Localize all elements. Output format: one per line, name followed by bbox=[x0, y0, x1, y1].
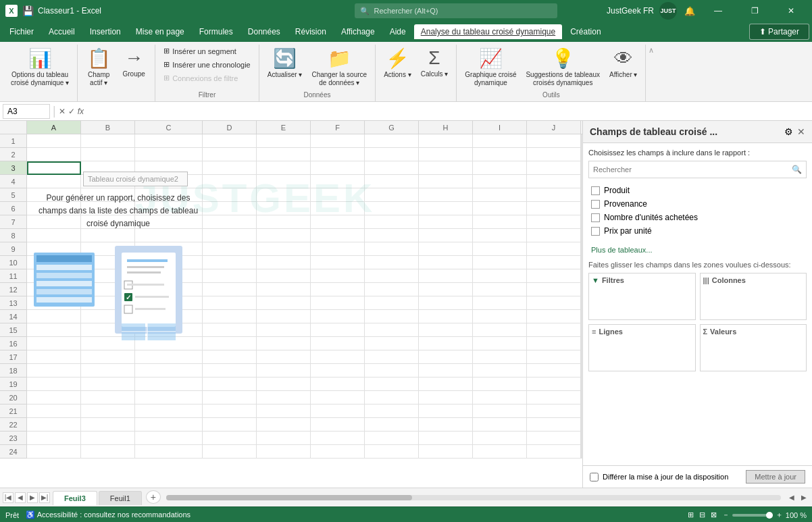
grid-cell[interactable] bbox=[257, 350, 311, 364]
grid-cell[interactable] bbox=[81, 188, 135, 202]
grid-cell[interactable] bbox=[203, 229, 257, 242]
confirm-formula-icon[interactable]: ✓ bbox=[68, 107, 75, 116]
grid-cell[interactable] bbox=[365, 175, 419, 188]
grid-cell[interactable] bbox=[365, 188, 419, 202]
grid-cell[interactable] bbox=[473, 364, 527, 377]
grid-cell[interactable] bbox=[473, 350, 527, 364]
grid-cell[interactable] bbox=[203, 215, 257, 229]
field-checkbox-produit[interactable] bbox=[591, 186, 600, 195]
grid-cell[interactable] bbox=[135, 229, 203, 242]
grid-cell[interactable] bbox=[365, 242, 419, 256]
grid-cell[interactable] bbox=[203, 148, 257, 161]
grid-cell[interactable] bbox=[135, 175, 203, 188]
update-button[interactable]: Mettre à jour bbox=[746, 470, 805, 484]
grid-cell[interactable] bbox=[257, 296, 311, 310]
grid-cell[interactable] bbox=[81, 269, 135, 283]
grid-cell[interactable] bbox=[203, 202, 257, 215]
grid-cell[interactable] bbox=[365, 445, 419, 459]
grid-cell[interactable] bbox=[473, 432, 527, 445]
grid-cell[interactable] bbox=[419, 256, 473, 269]
grid-cell[interactable] bbox=[527, 323, 581, 337]
grid-cell[interactable] bbox=[473, 323, 527, 337]
drop-zone-lignes[interactable]: ≡ Lignes bbox=[588, 324, 696, 371]
grid-cell[interactable] bbox=[365, 418, 419, 432]
field-item-provenance[interactable]: Provenance bbox=[588, 197, 807, 211]
grid-cell[interactable] bbox=[365, 296, 419, 310]
ribbon-btn-suggestions[interactable]: 💡 Suggestions de tableauxcroisés dynamiq… bbox=[522, 45, 604, 90]
grid-cell[interactable] bbox=[27, 175, 81, 188]
grid-cell[interactable] bbox=[203, 134, 257, 148]
grid-cell[interactable] bbox=[365, 134, 419, 148]
grid-cell[interactable] bbox=[27, 310, 81, 323]
grid-cell[interactable] bbox=[81, 175, 135, 188]
grid-cell[interactable] bbox=[419, 418, 473, 432]
grid-cell[interactable] bbox=[365, 432, 419, 445]
grid-cell[interactable] bbox=[27, 418, 81, 432]
grid-cell[interactable] bbox=[27, 229, 81, 242]
grid-cell[interactable] bbox=[311, 256, 365, 269]
grid-cell[interactable] bbox=[27, 377, 81, 391]
grid-cell[interactable] bbox=[365, 377, 419, 391]
grid-cell[interactable] bbox=[527, 283, 581, 296]
ribbon-btn-graphique[interactable]: 📈 Graphique croisédynamique bbox=[461, 45, 520, 90]
grid-cell[interactable] bbox=[311, 418, 365, 432]
grid-cell[interactable] bbox=[257, 215, 311, 229]
grid-cell[interactable] bbox=[473, 337, 527, 350]
grid-cell[interactable] bbox=[81, 445, 135, 459]
grid-cell[interactable] bbox=[365, 161, 419, 175]
zoom-in-icon[interactable]: ＋ bbox=[776, 510, 783, 520]
grid-cell[interactable] bbox=[257, 161, 311, 175]
menu-mise-en-page[interactable]: Mise en page bbox=[129, 24, 191, 39]
minimize-button[interactable]: — bbox=[703, 0, 734, 22]
grid-cell[interactable] bbox=[135, 134, 203, 148]
grid-cell[interactable] bbox=[473, 377, 527, 391]
scroll-up-button[interactable]: ▲ bbox=[582, 134, 582, 145]
grid-cell[interactable] bbox=[419, 283, 473, 296]
grid-cell[interactable] bbox=[419, 377, 473, 391]
grid-cell[interactable] bbox=[419, 188, 473, 202]
sheet-last-button[interactable]: ▶| bbox=[39, 492, 50, 503]
sheet-first-button[interactable]: |◀ bbox=[3, 492, 14, 503]
grid-cell[interactable] bbox=[365, 202, 419, 215]
sheet-prev-button[interactable]: ◀ bbox=[15, 492, 26, 503]
grid-cell[interactable] bbox=[135, 418, 203, 432]
ribbon-btn-champ-actif[interactable]: 📋 Champactif ▾ bbox=[82, 45, 116, 90]
panel-close-icon[interactable]: ✕ bbox=[797, 126, 805, 137]
grid-cell[interactable] bbox=[527, 229, 581, 242]
grid-cell[interactable] bbox=[203, 256, 257, 269]
grid-cell[interactable] bbox=[257, 242, 311, 256]
grid-cell[interactable] bbox=[203, 310, 257, 323]
grid-cell[interactable] bbox=[419, 337, 473, 350]
grid-cell[interactable] bbox=[311, 445, 365, 459]
grid-cell[interactable] bbox=[81, 418, 135, 432]
grid-cell[interactable] bbox=[311, 337, 365, 350]
grid-cell[interactable] bbox=[311, 404, 365, 418]
ribbon-btn-options[interactable]: 📊 Options du tableaucroisé dynamique ▾ bbox=[7, 45, 73, 90]
grid-cell[interactable] bbox=[311, 161, 365, 175]
grid-cell[interactable] bbox=[311, 391, 365, 404]
grid-cell[interactable] bbox=[419, 404, 473, 418]
grid-cell[interactable] bbox=[527, 364, 581, 377]
grid-cell[interactable] bbox=[473, 310, 527, 323]
grid-cell[interactable] bbox=[311, 323, 365, 337]
scroll-left-button[interactable]: ◀ bbox=[786, 492, 797, 503]
sheet-tab-feuil3[interactable]: Feuil3 bbox=[53, 491, 97, 505]
more-tables-link[interactable]: Plus de tableaux... bbox=[588, 244, 807, 255]
grid-cell[interactable] bbox=[527, 337, 581, 350]
grid-cell[interactable] bbox=[311, 188, 365, 202]
grid-cell[interactable] bbox=[135, 323, 203, 337]
grid-cell[interactable] bbox=[27, 134, 81, 148]
grid-cell[interactable] bbox=[203, 161, 257, 175]
grid-cell[interactable] bbox=[203, 377, 257, 391]
grid-cell[interactable] bbox=[527, 432, 581, 445]
grid-cell[interactable] bbox=[311, 242, 365, 256]
field-item-prix[interactable]: Prix par unité bbox=[588, 224, 807, 238]
grid-cell[interactable] bbox=[203, 188, 257, 202]
grid-cell[interactable] bbox=[81, 256, 135, 269]
field-checkbox-prix[interactable] bbox=[591, 227, 600, 236]
grid-cell[interactable] bbox=[311, 310, 365, 323]
grid-cell[interactable] bbox=[311, 364, 365, 377]
ribbon-btn-afficher[interactable]: 👁 Afficher ▾ bbox=[605, 45, 642, 82]
grid-cell[interactable] bbox=[419, 445, 473, 459]
grid-cell[interactable] bbox=[135, 432, 203, 445]
